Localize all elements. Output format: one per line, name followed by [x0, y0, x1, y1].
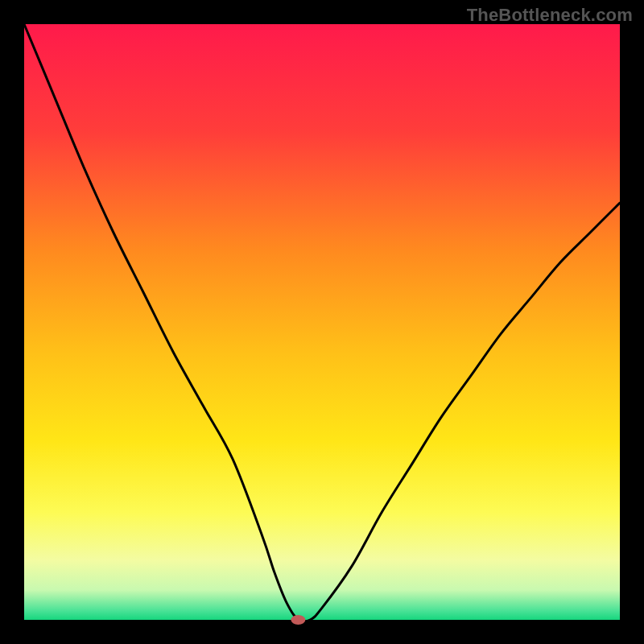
- chart-frame: TheBottleneck.com: [0, 0, 644, 644]
- optimum-marker: [291, 615, 305, 625]
- plot-background: [24, 24, 620, 620]
- bottleneck-chart: [0, 0, 644, 644]
- watermark-text: TheBottleneck.com: [467, 5, 633, 26]
